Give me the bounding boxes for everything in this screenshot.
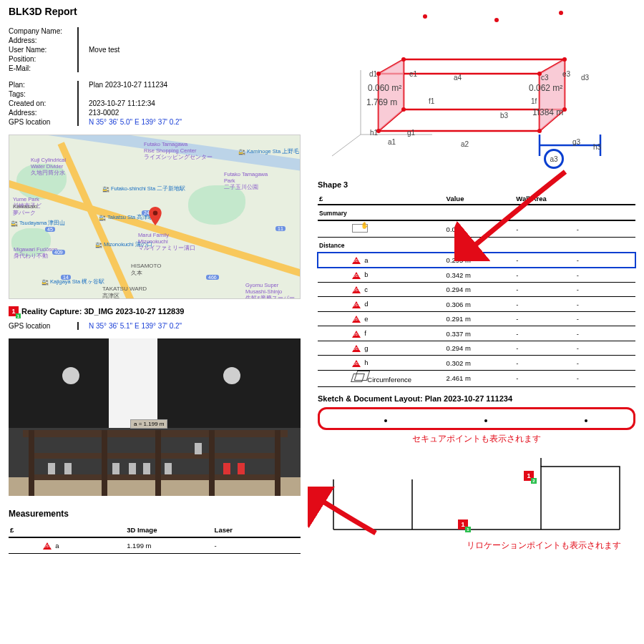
- d3-a2: a2: [461, 140, 469, 148]
- row-name: h: [364, 358, 368, 366]
- summary-val: 0.0: [445, 220, 515, 238]
- d3-d1: d1: [369, 70, 377, 78]
- d3-b3: b3: [500, 112, 508, 119]
- value-plan: Plan 2023-10-27 111234: [89, 81, 182, 89]
- reality-capture-title: Reality Capture: 3D_IMG 2023-10-27 11283…: [21, 307, 184, 316]
- value-created: 2023-10-27 11:12:34: [89, 99, 182, 107]
- table-row: DST g0.294 m--: [318, 341, 635, 355]
- value-planaddr: 213-0002: [89, 109, 182, 117]
- row-name: b: [364, 270, 368, 278]
- poi-migawari: Migawari Fudōson 身代わり不動: [14, 246, 57, 260]
- table-row: DST b0.342 m--: [318, 268, 635, 282]
- row-name: c: [364, 286, 368, 293]
- label-created: Created on:: [9, 99, 77, 107]
- d3-c3: c3: [541, 74, 549, 82]
- stn-futako: Futako-shinchi Sta 二子新地駅: [102, 185, 185, 192]
- d3-len2: 1f384 m: [532, 107, 563, 117]
- d3-d3: d3: [581, 74, 589, 82]
- circ-label: Circumference: [367, 376, 411, 384]
- poi-futako-park: Futako Tamagawa Park 二子玉川公園: [224, 171, 268, 191]
- meas-row-name: a: [55, 542, 59, 550]
- svg-marker-8: [379, 59, 404, 131]
- row-val: 0.294 m: [445, 282, 515, 296]
- road-45: 45: [45, 227, 55, 232]
- photo-measure-badge: a = 1.199 m: [130, 419, 167, 429]
- lbl-hisamoto: HISAMOTO 久本: [131, 263, 162, 277]
- table-row: DST h0.302 m--: [318, 356, 635, 370]
- meas-col2: 3D Image: [125, 523, 213, 537]
- lbl-kawasaki: Kawasaki: [13, 203, 37, 210]
- distance-icon: DST: [352, 301, 361, 308]
- distance-icon: DST: [352, 257, 361, 264]
- company-block: Company Name: Address: User Name: Positi…: [9, 27, 301, 72]
- table-row: Circumference 2.461 m--: [318, 370, 635, 386]
- svg-point-0: [153, 210, 158, 215]
- svg-point-16: [562, 57, 567, 62]
- poi-gyomu: Gyomu Super Musashi-Shinjo 生鮮&業務スーパー: [245, 282, 295, 299]
- d3-e1: e1: [409, 70, 417, 78]
- label-email: E-Mail:: [9, 64, 77, 72]
- table-row: DST f0.337 m--: [318, 326, 635, 341]
- value-gps[interactable]: N 35° 36' 5.0" E 139° 37' 0.2": [89, 118, 182, 126]
- d3-area1: 0.060 m²: [368, 83, 401, 93]
- row-name: e: [364, 315, 368, 323]
- plan-block: Plan: Tags: Created on: Address: GPS loc…: [9, 81, 301, 126]
- poi-futako-sc: Futako Tamagawa Rise Shopping Center ライズ…: [144, 141, 213, 161]
- value-user: Move test: [89, 46, 119, 54]
- label-gps: GPS location: [9, 118, 77, 126]
- label-plan: Plan:: [9, 81, 77, 89]
- row-val: 0.294 m: [445, 341, 515, 355]
- road-11: 11: [275, 226, 286, 231]
- label-position: Position:: [9, 55, 77, 63]
- svg-point-13: [537, 129, 542, 133]
- row-name: g: [364, 344, 368, 352]
- rc-gps-label: GPS location: [9, 322, 77, 330]
- d3-h3: h3: [593, 143, 601, 151]
- d3-f1: f1: [429, 97, 434, 105]
- svg-point-14: [401, 57, 406, 62]
- road-409: 409: [52, 250, 65, 255]
- road-14: 14: [61, 275, 71, 280]
- row-name: d: [364, 300, 368, 308]
- annotation-relocation-text: リロケーションポイントも表示されます: [318, 540, 635, 552]
- map[interactable]: Kuji Cylindrical Water Divider 久地円筒分水 Yu…: [9, 135, 301, 299]
- measurements-title: Measurements: [9, 509, 301, 519]
- map-pin-icon: [149, 207, 162, 225]
- shape-col2: Value: [445, 192, 515, 205]
- distance-icon: DST: [352, 286, 361, 293]
- distance-icon: DST: [352, 345, 361, 352]
- stn-kajigaya: Kajigaya Sta 梶ヶ谷駅: [42, 278, 104, 286]
- svg-point-18: [423, 14, 427, 19]
- table-row: DST c0.294 m--: [318, 282, 635, 296]
- svg-line-3: [332, 135, 361, 156]
- circ-val: 2.461 m: [445, 370, 515, 386]
- measurements-table: £ 3D Image Laser DST a 1.199 m -: [9, 523, 301, 554]
- row-val: 0.337 m: [445, 326, 515, 341]
- table-row: DST a 1.199 m -: [9, 537, 301, 554]
- d3-len1: 1.769 m: [366, 97, 397, 107]
- d3-a4: a4: [454, 74, 462, 82]
- rc-gps-value[interactable]: N 35° 36' 5.1" E 139° 37' 0.2": [89, 322, 182, 330]
- annotation-circle-a3: a3: [544, 149, 564, 169]
- meas-col1: £: [9, 523, 125, 537]
- d3-a1: a1: [388, 138, 396, 146]
- row-val: 0.306 m: [445, 297, 515, 311]
- shape-3d-diagram: d1 e1 a4 c3 e3 d3 0.060 m² 0.062 m² 1.76…: [318, 6, 618, 177]
- meas-row-val: 1.199 m: [125, 537, 213, 554]
- distance-icon: DST: [352, 360, 361, 367]
- shape-col3: Wall Area: [514, 192, 575, 205]
- shape-col1: £: [318, 192, 445, 205]
- distance-icon: DST: [352, 316, 361, 323]
- shape-table: £ Value Wall Area Summary 0.0-- Distance…: [318, 192, 635, 387]
- distance-icon: DST: [352, 331, 361, 338]
- lbl-takatsu-ward: TAKATSU WARD 高津区: [102, 286, 147, 299]
- poi-marui: Marui Family Mizonokuchi マルイファミリー溝口: [138, 232, 195, 252]
- circumference-icon: [351, 374, 365, 382]
- d3-g1: g1: [407, 129, 415, 137]
- reality-capture-photo: a = 1.199 m: [9, 338, 301, 496]
- stn-kaminoge: Kaminoge Sta 上野毛: [238, 148, 299, 155]
- annotation-secure-text: セキュアポイントも表示されます: [318, 433, 635, 445]
- relocation-point-icon: 12: [524, 471, 534, 481]
- d3-h1: h1: [370, 129, 378, 137]
- shape-title: Shape 3: [318, 180, 635, 189]
